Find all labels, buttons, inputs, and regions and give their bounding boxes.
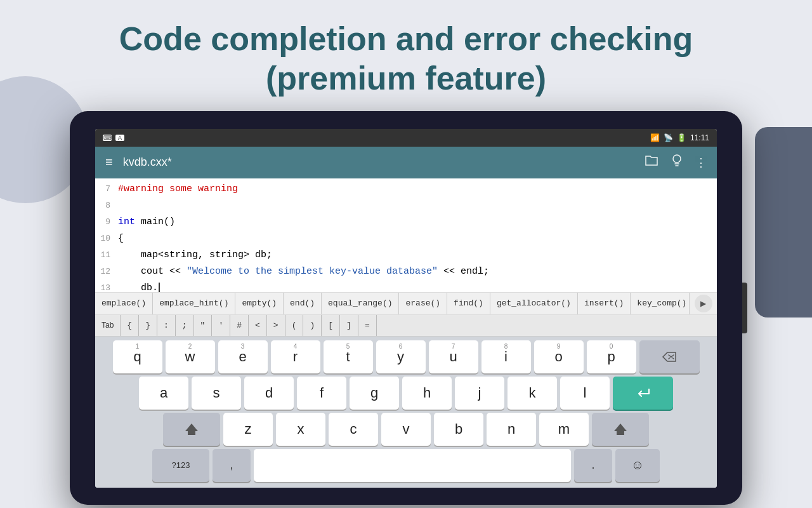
- keyboard-row-1: 1q 2w 3e 4r 5t 6y 7u 8i 9o 0p: [98, 340, 714, 373]
- symbol-close-paren[interactable]: ): [303, 315, 322, 336]
- bg-decoration-right: [755, 127, 812, 318]
- key-i[interactable]: 8i: [481, 340, 531, 373]
- symbol-hash[interactable]: #: [230, 315, 249, 336]
- key-emoji[interactable]: ☺: [615, 449, 660, 482]
- toolbar-action-icons: ⋮: [645, 154, 707, 171]
- key-k[interactable]: k: [508, 377, 557, 410]
- autocomplete-item-emplace-hint[interactable]: emplace_hint(): [153, 293, 235, 314]
- code-line-10: 10 {: [95, 231, 717, 247]
- bulb-icon[interactable]: [671, 154, 683, 171]
- key-q[interactable]: 1q: [113, 340, 162, 373]
- page-title: Code completion and error checking (prem…: [0, 0, 812, 111]
- symbol-equals[interactable]: =: [358, 315, 377, 336]
- autocomplete-item-empty[interactable]: empty(): [235, 293, 284, 314]
- code-content: 7 #warning some warning 8 9 int main() 1…: [95, 178, 717, 292]
- status-bar: ⌨ A 📶 📡 🔋 11:11: [95, 129, 717, 147]
- line-num-11: 11: [95, 247, 118, 264]
- key-u[interactable]: 7u: [429, 340, 478, 373]
- line-num-13: 13: [95, 280, 118, 292]
- tablet-screen: ⌨ A 📶 📡 🔋 11:11 ≡ kvdb.cxx*: [95, 129, 717, 488]
- keyboard-icon: ⌨: [103, 135, 112, 141]
- text-icon: A: [115, 135, 124, 141]
- signal-icon: 📶: [650, 133, 660, 142]
- key-a[interactable]: a: [139, 377, 188, 410]
- symbol-doublequote[interactable]: ": [194, 315, 213, 336]
- clock: 11:11: [690, 133, 709, 142]
- autocomplete-item-emplace[interactable]: emplace(): [95, 293, 153, 314]
- key-comma[interactable]: ,: [213, 449, 251, 482]
- symbol-singlequote[interactable]: ': [212, 315, 230, 336]
- symbol-open-bracket[interactable]: [: [322, 315, 340, 336]
- autocomplete-play-button[interactable]: ▶: [689, 292, 717, 315]
- key-s[interactable]: s: [192, 377, 241, 410]
- key-shift-left[interactable]: [163, 413, 220, 446]
- key-c[interactable]: c: [329, 413, 378, 446]
- symbol-close-brace[interactable]: }: [139, 315, 157, 336]
- autocomplete-item-insert[interactable]: insert(): [578, 293, 631, 314]
- key-g[interactable]: g: [350, 377, 399, 410]
- key-enter[interactable]: [613, 377, 673, 410]
- key-o[interactable]: 9o: [534, 340, 584, 373]
- code-line-8: 8: [95, 197, 717, 214]
- key-t[interactable]: 5t: [324, 340, 373, 373]
- more-icon[interactable]: ⋮: [695, 156, 707, 170]
- autocomplete-item-key-comp[interactable]: key_comp(): [631, 293, 689, 314]
- line-num-12: 12: [95, 264, 118, 280]
- keyboard-row-3: z x c v b n m: [98, 413, 714, 446]
- tablet-side-button: [742, 283, 747, 333]
- symbol-tab[interactable]: Tab: [95, 315, 121, 336]
- autocomplete-item-find[interactable]: find(): [447, 293, 490, 314]
- status-left: ⌨ A: [103, 135, 124, 141]
- code-editor[interactable]: 7 #warning some warning 8 9 int main() 1…: [95, 178, 717, 292]
- key-f[interactable]: f: [297, 377, 346, 410]
- key-m[interactable]: m: [539, 413, 589, 446]
- tablet: ⌨ A 📶 📡 🔋 11:11 ≡ kvdb.cxx*: [70, 111, 742, 505]
- key-shift-right[interactable]: [592, 413, 649, 446]
- key-z[interactable]: z: [223, 413, 273, 446]
- key-j[interactable]: j: [455, 377, 504, 410]
- symbol-lt[interactable]: <: [249, 315, 267, 336]
- code-line-11: 11 map<string, string> db;: [95, 247, 717, 264]
- code-line-13: 13 db.: [95, 280, 717, 292]
- key-y[interactable]: 6y: [376, 340, 426, 373]
- key-l[interactable]: l: [560, 377, 610, 410]
- key-x[interactable]: x: [276, 413, 325, 446]
- symbol-semicolon[interactable]: ;: [176, 315, 194, 336]
- app-toolbar: ≡ kvdb.cxx* ⋮: [95, 147, 717, 178]
- code-line-9: 9 int main(): [95, 214, 717, 231]
- line-num-9: 9: [95, 214, 118, 231]
- menu-icon[interactable]: ≡: [105, 155, 113, 170]
- key-space[interactable]: [254, 449, 571, 482]
- key-w[interactable]: 2w: [166, 340, 215, 373]
- autocomplete-item-get-allocator[interactable]: get_allocator(): [490, 293, 578, 314]
- key-e[interactable]: 3e: [218, 340, 268, 373]
- symbol-bar: Tab { } : ; " ' # < > ( ) [ ] =: [95, 315, 717, 337]
- key-h[interactable]: h: [402, 377, 452, 410]
- key-num-toggle[interactable]: ?123: [152, 449, 209, 482]
- autocomplete-item-erase[interactable]: erase(): [399, 293, 447, 314]
- autocomplete-list: emplace() emplace_hint() empty() end() e…: [95, 293, 689, 314]
- autocomplete-item-end[interactable]: end(): [284, 293, 322, 314]
- symbol-close-bracket[interactable]: ]: [340, 315, 358, 336]
- code-text-9: int main(): [118, 214, 717, 231]
- key-backspace[interactable]: [639, 340, 700, 373]
- symbol-gt[interactable]: >: [267, 315, 285, 336]
- folder-icon[interactable]: [645, 155, 658, 170]
- key-p[interactable]: 0p: [587, 340, 636, 373]
- key-period[interactable]: .: [574, 449, 612, 482]
- code-line-12: 12 cout << "Welcome to the simplest key-…: [95, 264, 717, 280]
- autocomplete-item-equal-range[interactable]: equal_range(): [322, 293, 399, 314]
- code-text-10: {: [118, 231, 717, 247]
- code-line-7: 7 #warning some warning: [95, 181, 717, 197]
- symbol-colon[interactable]: :: [157, 315, 176, 336]
- autocomplete-bar: emplace() emplace_hint() empty() end() e…: [95, 292, 717, 315]
- key-b[interactable]: b: [434, 413, 483, 446]
- key-r[interactable]: 4r: [271, 340, 320, 373]
- key-v[interactable]: v: [381, 413, 431, 446]
- code-text-12: cout << "Welcome to the simplest key-val…: [118, 264, 717, 280]
- key-n[interactable]: n: [487, 413, 536, 446]
- keyboard-row-4: ?123 , . ☺: [98, 449, 714, 482]
- key-d[interactable]: d: [244, 377, 294, 410]
- symbol-open-brace[interactable]: {: [121, 315, 139, 336]
- symbol-open-paren[interactable]: (: [285, 315, 304, 336]
